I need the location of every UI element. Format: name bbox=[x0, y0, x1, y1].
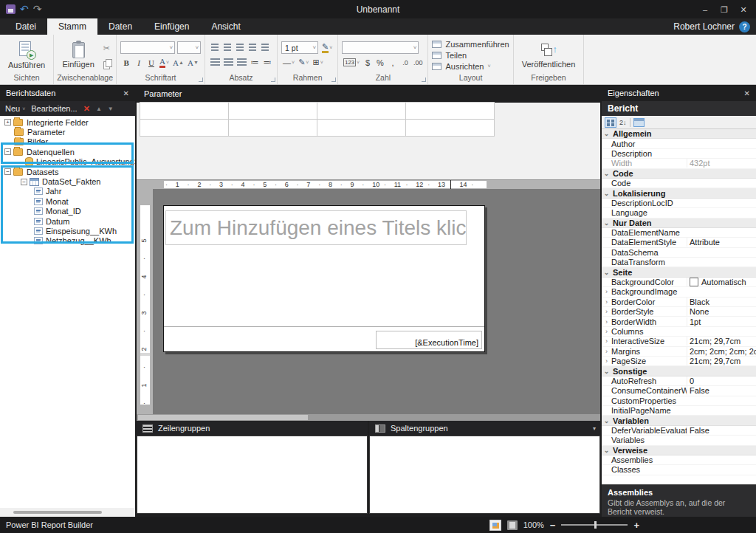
property-row[interactable]: DataSchema bbox=[602, 248, 756, 258]
bold-button[interactable]: B bbox=[120, 56, 132, 69]
dialog-launcher-icon[interactable] bbox=[199, 78, 203, 82]
italic-button[interactable]: I bbox=[133, 56, 145, 69]
category-lokalisierung[interactable]: ⌄Lokalisierung bbox=[602, 188, 756, 198]
property-row[interactable]: ›Margins2cm; 2cm; 2cm; 2cm bbox=[602, 347, 756, 357]
new-dropdown-icon[interactable]: ˅ bbox=[22, 106, 25, 111]
tree-item-datenquellen[interactable]: − Datenquellen bbox=[0, 147, 135, 157]
parameter-cell[interactable] bbox=[317, 102, 406, 120]
align-button[interactable]: Ausrichten˅ bbox=[432, 62, 490, 71]
category-variablen[interactable]: ⌄Variablen bbox=[602, 416, 756, 425]
property-row[interactable]: DataElementStyleAttribute bbox=[602, 238, 756, 247]
property-pages-icon[interactable] bbox=[633, 118, 645, 127]
numbered-list-button[interactable]: ≕ bbox=[261, 56, 273, 69]
property-row[interactable]: ›PageSize21cm; 29,7cm bbox=[602, 357, 756, 366]
property-row[interactable]: Description bbox=[602, 149, 756, 159]
tab-datei[interactable]: Datei bbox=[4, 18, 47, 35]
dialog-launcher-icon[interactable] bbox=[271, 78, 275, 82]
property-row[interactable]: DataElementName bbox=[602, 228, 756, 238]
align-left-button[interactable] bbox=[209, 56, 221, 69]
categorized-view-icon[interactable] bbox=[605, 117, 616, 128]
decrease-decimals-button[interactable]: .00 bbox=[412, 56, 425, 69]
collapse-icon[interactable]: − bbox=[4, 148, 11, 155]
close-button[interactable]: ✕ bbox=[735, 2, 752, 17]
zoom-out-button[interactable]: − bbox=[550, 520, 556, 531]
grow-font-button[interactable]: A▲ bbox=[171, 56, 185, 69]
line-style-button[interactable]: —˅ bbox=[281, 56, 296, 69]
thousands-button[interactable]: , bbox=[387, 56, 399, 69]
parameter-grid[interactable] bbox=[140, 103, 600, 137]
close-panel-icon[interactable]: ✕ bbox=[744, 89, 750, 97]
help-icon[interactable]: ? bbox=[739, 21, 750, 32]
category-nur-daten[interactable]: ⌄Nur Daten bbox=[602, 219, 756, 228]
category-code[interactable]: ⌄Code bbox=[602, 169, 756, 179]
property-row[interactable]: InitialPageName bbox=[602, 406, 756, 416]
delete-button[interactable]: ✕ bbox=[83, 104, 90, 114]
property-row[interactable]: ›Columns bbox=[602, 327, 756, 337]
property-row[interactable]: Author bbox=[602, 139, 756, 148]
new-button[interactable]: Neu bbox=[5, 104, 20, 113]
number-format-select[interactable]: ˅ bbox=[342, 41, 419, 54]
property-row-backgroundcolor[interactable]: BackgroundColorAutomatisch bbox=[602, 278, 756, 287]
zoom-slider-thumb[interactable] bbox=[594, 521, 597, 529]
row-groups-body[interactable] bbox=[137, 436, 368, 514]
parameter-cell[interactable] bbox=[228, 102, 317, 120]
property-row[interactable]: Language bbox=[602, 208, 756, 218]
fill-color-button[interactable]: ✎˅ bbox=[320, 41, 334, 54]
property-row[interactable]: ›BorderStyleNone bbox=[602, 307, 756, 317]
paste-button[interactable]: Einfügen bbox=[58, 41, 98, 69]
split-cells-button[interactable]: Teilen bbox=[432, 51, 467, 60]
borders-button[interactable]: ⊞˅ bbox=[311, 56, 324, 69]
align-bottom-button[interactable] bbox=[234, 41, 246, 54]
user-name[interactable]: Robert Lochner bbox=[673, 21, 735, 32]
dialog-launcher-icon[interactable] bbox=[331, 78, 336, 82]
tree-item-integrierte-felder[interactable]: + Integrierte Felder bbox=[0, 117, 135, 127]
design-surface[interactable]: · 1 · 2 · 3 · 4 · 5 · Zum Hinzufügen ein… bbox=[137, 189, 600, 421]
property-row[interactable]: AutoRefresh0 bbox=[602, 376, 756, 386]
tab-ansicht[interactable]: Ansicht bbox=[200, 18, 251, 35]
align-center-button[interactable] bbox=[222, 56, 235, 69]
tree-item-field-monat[interactable]: Monat bbox=[0, 196, 135, 206]
parameter-cell[interactable] bbox=[140, 102, 229, 120]
tree-item-bilder[interactable]: Bilder bbox=[0, 137, 135, 147]
property-row[interactable]: DataTransform bbox=[602, 258, 756, 267]
print-layout-icon[interactable] bbox=[507, 520, 518, 530]
color-checkbox[interactable] bbox=[690, 278, 698, 286]
parameter-cell[interactable] bbox=[317, 119, 406, 137]
currency-button[interactable]: $ bbox=[362, 56, 374, 69]
column-groups-body[interactable] bbox=[369, 436, 600, 514]
tab-daten[interactable]: Daten bbox=[97, 18, 143, 35]
property-row[interactable]: ConsumeContainerWhitespaceFalse bbox=[602, 386, 756, 396]
design-view-icon[interactable] bbox=[489, 520, 501, 531]
report-title-textbox[interactable]: Zum Hinzufügen eines Titels klic bbox=[165, 210, 467, 245]
tree-item-field-datum[interactable]: Datum bbox=[0, 216, 135, 226]
property-row[interactable]: Code bbox=[602, 179, 756, 188]
cut-icon[interactable]: ✂ bbox=[103, 44, 112, 53]
tree-item-dataset-fakten[interactable]: − DataSet_Fakten bbox=[0, 176, 135, 186]
parameter-cell[interactable] bbox=[405, 119, 495, 137]
property-row[interactable]: ›BorderColorBlack bbox=[602, 298, 756, 307]
tree-item-field-netzbezug[interactable]: Netzbezug__KWh bbox=[0, 236, 135, 246]
property-row[interactable]: ›BackgroundImage bbox=[602, 287, 756, 297]
category-seite[interactable]: ⌄Seite bbox=[602, 267, 756, 277]
property-row[interactable]: DescriptionLocID bbox=[602, 199, 756, 208]
align-right-button[interactable] bbox=[236, 56, 248, 69]
copy-icon[interactable] bbox=[106, 59, 112, 67]
property-row[interactable]: Variables bbox=[602, 436, 756, 445]
maximize-button[interactable]: ❐ bbox=[716, 2, 732, 17]
scrollbar-thumb[interactable] bbox=[13, 511, 102, 514]
border-color-button[interactable]: ✎˅ bbox=[297, 56, 310, 69]
report-page[interactable]: Zum Hinzufügen eines Titels klic [&Execu… bbox=[163, 205, 485, 352]
bullet-list-button[interactable]: ≔ bbox=[249, 56, 261, 69]
property-row[interactable]: Classes bbox=[602, 465, 756, 475]
property-row[interactable]: DeferVariableEvaluationFalse bbox=[602, 426, 756, 436]
percent-button[interactable]: % bbox=[374, 56, 386, 69]
tree-item-datasets[interactable]: − Datasets bbox=[0, 167, 135, 176]
tab-stamm[interactable]: Stamm bbox=[47, 18, 97, 35]
tree-item-parameter[interactable]: Parameter bbox=[0, 127, 135, 137]
move-down-icon[interactable]: ▼ bbox=[108, 106, 114, 112]
tree-item-data-source[interactable]: LinearisPublic_AuswertungSMARTM bbox=[0, 157, 135, 167]
horizontal-scrollbar[interactable] bbox=[0, 508, 135, 517]
underline-button[interactable]: U bbox=[145, 56, 157, 69]
close-panel-icon[interactable]: ✕ bbox=[123, 89, 129, 97]
property-row-assemblies[interactable]: Assemblies bbox=[602, 455, 756, 465]
